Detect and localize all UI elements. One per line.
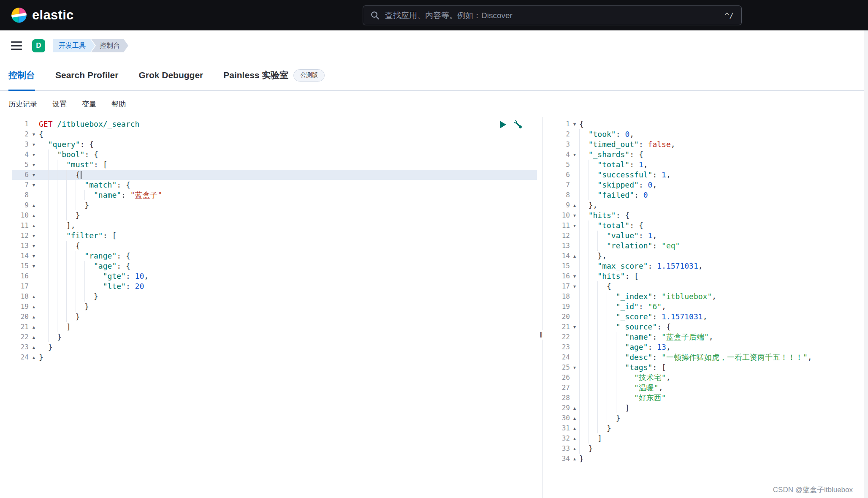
code-line[interactable]: 10▴} [0, 210, 537, 220]
hamburger-menu-button[interactable] [10, 41, 23, 51]
code-line[interactable]: 23▴} [0, 342, 537, 352]
fold-toggle-icon[interactable]: ▴ [570, 433, 579, 444]
global-search-input[interactable]: 查找应用、内容等。例如：Discover ^/ [363, 5, 742, 25]
code-line[interactable]: 22▴} [0, 332, 537, 342]
line-number: 31 [548, 423, 570, 433]
panel-splitter[interactable]: ‖ [537, 117, 548, 498]
fold-toggle-icon[interactable]: ▾ [570, 119, 579, 129]
browser-scrollbar-track[interactable] [864, 30, 868, 498]
code-line[interactable]: 8"name": "蓝盒子" [0, 190, 537, 200]
fold-toggle-icon[interactable]: ▾ [570, 271, 579, 281]
tab-console[interactable]: 控制台 [8, 61, 35, 91]
code-line[interactable]: 6▾{ [0, 170, 537, 180]
fold-toggle-icon[interactable]: ▾ [29, 129, 39, 139]
code-line: 17▾{ [548, 281, 868, 291]
code-line[interactable]: 21▴] [0, 322, 537, 332]
tab-painless-lab[interactable]: Painless 实验室 公测版 [223, 61, 325, 91]
code-line[interactable]: 17"lte": 20 [0, 281, 537, 291]
code-line[interactable]: 18▴} [0, 291, 537, 302]
fold-toggle-icon[interactable]: ▾ [29, 150, 39, 160]
request-editor[interactable]: 1GET /itbluebox/_search2▾{3▾"query": {4▾… [0, 117, 537, 498]
fold-toggle-icon[interactable]: ▴ [29, 210, 39, 220]
home-link[interactable]: elastic [11, 7, 74, 23]
code-line[interactable]: 16"gte": 10, [0, 271, 537, 281]
fold-toggle-icon[interactable]: ▴ [570, 251, 579, 261]
menu-variables-button[interactable]: 变量 [82, 99, 96, 109]
fold-toggle-icon[interactable]: ▴ [29, 200, 39, 210]
fold-toggle-icon[interactable]: ▾ [570, 210, 579, 220]
menu-settings-button[interactable]: 设置 [52, 99, 67, 109]
fold-toggle-icon[interactable]: ▾ [570, 220, 579, 231]
line-number: 21 [0, 322, 29, 332]
fold-toggle-icon[interactable]: ▾ [29, 261, 39, 271]
code-line[interactable]: 3▾"query": { [0, 139, 537, 150]
fold-toggle-icon[interactable]: ▴ [29, 291, 39, 302]
code-line[interactable]: 11▴], [0, 220, 537, 231]
code-line[interactable]: 1GET /itbluebox/_search [0, 119, 537, 129]
code-line: 26"技术宅", [548, 373, 868, 383]
fold-toggle-icon[interactable]: ▴ [29, 322, 39, 332]
code-line[interactable]: 2▾{ [0, 129, 537, 139]
fold-toggle-icon[interactable]: ▾ [570, 362, 579, 373]
fold-toggle-icon[interactable]: ▴ [570, 454, 579, 464]
fold-toggle-icon[interactable]: ▾ [570, 150, 579, 160]
breadcrumb-item-dev-tools[interactable]: 开发工具 [53, 39, 95, 52]
fold-toggle-icon[interactable]: ▾ [29, 160, 39, 170]
fold-toggle-icon[interactable]: ▾ [29, 241, 39, 251]
menu-history-button[interactable]: 历史记录 [8, 99, 37, 109]
fold-toggle-icon[interactable]: ▾ [570, 281, 579, 291]
code-line[interactable]: 24▴} [0, 352, 537, 362]
tab-search-profiler[interactable]: Search Profiler [55, 61, 118, 91]
fold-toggle-icon[interactable]: ▴ [29, 332, 39, 342]
fold-toggle-icon[interactable]: ▾ [29, 231, 39, 241]
code-line[interactable]: 7▾"match": { [0, 180, 537, 190]
code-line[interactable]: 19▴} [0, 302, 537, 312]
fold-toggle-icon[interactable]: ▴ [570, 413, 579, 423]
fold-toggle-icon[interactable]: ▾ [29, 251, 39, 261]
response-panel[interactable]: 1▾{2"took": 0,3"timed_out": false,4▾"_sh… [548, 117, 868, 498]
send-request-button[interactable] [500, 121, 506, 128]
request-options-button[interactable] [514, 120, 522, 128]
code-text: "age": { [39, 261, 130, 271]
fold-toggle-icon[interactable]: ▴ [29, 220, 39, 231]
menu-help-button[interactable]: 帮助 [111, 99, 126, 109]
fold-toggle-icon[interactable]: ▴ [29, 352, 39, 362]
fold-toggle-icon[interactable]: ▴ [29, 312, 39, 322]
line-number: 11 [548, 220, 570, 231]
fold-toggle-icon[interactable]: ▴ [570, 200, 579, 210]
code-line[interactable]: 4▾"bool": { [0, 150, 537, 160]
fold-toggle-icon[interactable]: ▴ [29, 342, 39, 352]
indent-guide [57, 271, 66, 281]
line-number: 6 [0, 170, 29, 180]
code-line[interactable]: 13▾{ [0, 241, 537, 251]
breadcrumb-item-console[interactable]: 控制台 [91, 39, 128, 52]
fold-toggle-icon[interactable]: ▴ [570, 423, 579, 433]
space-avatar-button[interactable]: D [32, 39, 45, 52]
code-line: 4▾"_shards": { [548, 150, 868, 160]
indent-guide [66, 190, 76, 200]
line-number: 18 [548, 291, 570, 302]
code-line[interactable]: 20▴} [0, 312, 537, 322]
fold-toggle-icon[interactable]: ▴ [570, 403, 579, 413]
indent-guide [39, 291, 48, 302]
code-line[interactable]: 12▾"filter": [ [0, 231, 537, 241]
fold-toggle-icon[interactable]: ▴ [29, 302, 39, 312]
indent-guide [589, 160, 598, 170]
code-text: "name": "蓝盒子后端", [579, 332, 713, 342]
indent-guide [589, 190, 598, 200]
fold-toggle-icon[interactable]: ▴ [570, 444, 579, 454]
code-line[interactable]: 14▾"range": { [0, 251, 537, 261]
indent-guide [76, 291, 85, 302]
fold-toggle-icon[interactable]: ▾ [29, 170, 39, 180]
code-line[interactable]: 9▴} [0, 200, 537, 210]
code-line: 33▴} [548, 444, 868, 454]
indent-guide [57, 312, 66, 322]
fold-toggle-icon[interactable]: ▾ [29, 139, 39, 150]
tab-grok-debugger[interactable]: Grok Debugger [138, 61, 203, 91]
fold-toggle-icon[interactable]: ▾ [570, 322, 579, 332]
code-line[interactable]: 15▾"age": { [0, 261, 537, 271]
code-line[interactable]: 5▾"must": [ [0, 160, 537, 170]
indent-guide [66, 312, 76, 322]
fold-toggle-icon[interactable]: ▾ [29, 180, 39, 190]
indent-guide [589, 220, 598, 231]
